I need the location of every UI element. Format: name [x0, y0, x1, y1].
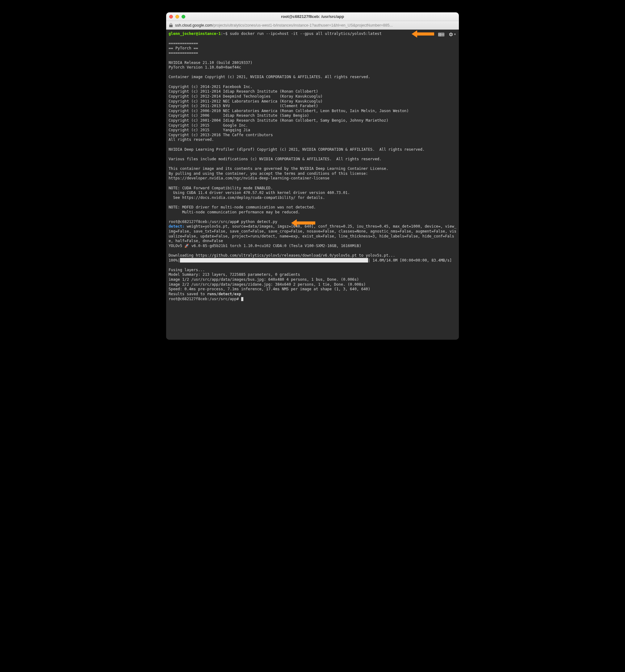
ssh-prompt-user: glenn_jocher@instance-1: [169, 31, 221, 36]
container-boot-log: NVIDIA Release 21.10 (build 28019337) Py…: [169, 61, 425, 214]
gear-icon: [449, 32, 453, 37]
minimize-button[interactable]: [175, 15, 179, 19]
progress-pct: 100%: [169, 258, 177, 263]
detect-label: detect:: [169, 224, 187, 229]
container-prompt: root@c682127f8ceb:/usr/src/app#: [169, 220, 241, 224]
settings-menu[interactable]: ▼: [449, 32, 456, 37]
command-1: sudo docker run --ipc=host -it --gpus al…: [230, 31, 382, 36]
detect-args: weights=yolov5s.pt, source=data/images, …: [169, 224, 456, 243]
download-line: Downloading https://github.com/ultralyti…: [169, 253, 395, 258]
address-bar[interactable]: ssh.cloud.google.com/projects/ultralytic…: [166, 21, 459, 30]
command-2: python detect.py: [241, 220, 277, 224]
close-button[interactable]: [169, 15, 173, 19]
titlebar: root@c682127f8ceb: /usr/src/app: [166, 13, 459, 21]
progress-bar: ████████████████████████████████████████…: [180, 258, 368, 263]
progress-stats: 14.0M/14.0M [00:00<00:00, 83.4MB/s]: [370, 258, 452, 263]
keyboard-icon[interactable]: [438, 33, 444, 37]
terminal-output[interactable]: glenn_jocher@instance-1:~$ sudo docker r…: [166, 30, 459, 340]
inference-log: Fusing layers... Model Summary: 213 laye…: [169, 268, 370, 291]
lock-icon: [169, 23, 173, 27]
browser-window: root@c682127f8ceb: /usr/src/app ssh.clou…: [166, 13, 459, 340]
yolo-version-line: YOLOv5 🚀 v6.0-85-gd5b21b1 torch 1.10.0+c…: [169, 244, 361, 248]
window-controls: [169, 15, 185, 19]
terminal-toolbar: ▼: [438, 32, 456, 37]
url-text: ssh.cloud.google.com/projects/ultralytic…: [175, 23, 456, 27]
cursor: [241, 297, 243, 301]
results-path: runs/detect/exp: [207, 292, 241, 296]
annotation-arrow-1: [412, 30, 434, 38]
caret-down-icon: ▼: [454, 33, 456, 37]
window-title: root@c682127f8ceb: /usr/src/app: [166, 14, 459, 19]
maximize-button[interactable]: [182, 15, 185, 19]
final-prompt: root@c682127f8ceb:/usr/src/app#: [169, 297, 241, 301]
